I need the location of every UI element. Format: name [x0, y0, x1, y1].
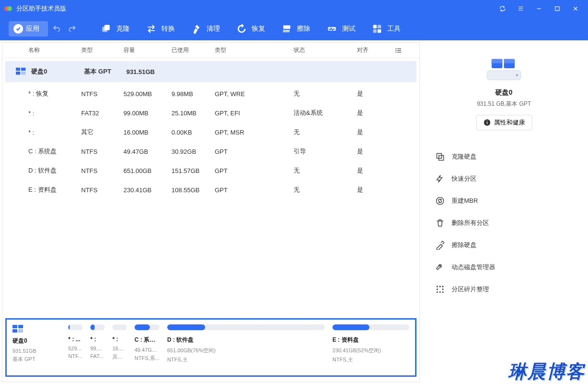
svg-rect-33	[487, 122, 487, 124]
disk-map: 硬盘0 931.51GB 基本 GPT * : ...529...NTF...*…	[5, 318, 416, 377]
close-icon[interactable]	[567, 0, 584, 17]
svg-point-45	[442, 291, 443, 293]
properties-button[interactable]: 属性和健康	[476, 115, 532, 130]
wipe-icon	[282, 24, 292, 34]
partition-row[interactable]: * :其它16.00MB0.00KBGPT, MSR无是	[2, 123, 419, 142]
col-state[interactable]: 状态	[294, 46, 357, 54]
clone-button[interactable]: 克隆	[98, 21, 141, 37]
disk-row[interactable]: 硬盘0 基本 GPT 931.51GB	[5, 61, 416, 82]
svg-rect-15	[395, 51, 397, 52]
test-button[interactable]: 测试	[324, 21, 367, 37]
svg-rect-19	[16, 72, 20, 74]
svg-point-31	[516, 74, 518, 76]
action-icon	[435, 174, 445, 184]
col-name[interactable]: 名称	[28, 46, 81, 54]
svg-rect-5	[283, 25, 291, 29]
svg-rect-23	[12, 329, 17, 333]
cleanup-button[interactable]: 清理	[188, 21, 232, 37]
col-fs[interactable]: 类型	[81, 46, 123, 54]
svg-point-1	[7, 6, 12, 11]
tools-button[interactable]: 工具	[369, 21, 412, 37]
action-icon	[435, 262, 445, 272]
clone-icon	[101, 24, 111, 34]
side-action[interactable]: 擦除硬盘	[433, 234, 583, 256]
recover-icon	[236, 24, 247, 34]
partition-row[interactable]: D : 软件盘NTFS651.00GB151.57GBGPT无是	[2, 161, 419, 180]
disk-map-partition[interactable]: E : 资料盘230.41GB(52%空闲)NTFS,主	[330, 324, 412, 371]
svg-rect-17	[16, 68, 20, 71]
svg-rect-22	[18, 325, 23, 328]
col-align[interactable]: 对齐	[357, 46, 391, 54]
action-icon	[435, 285, 445, 294]
svg-rect-18	[21, 68, 25, 71]
refresh-icon[interactable]	[494, 0, 511, 17]
disk-map-disk[interactable]: 硬盘0 931.51GB 基本 GPT	[10, 324, 63, 371]
svg-rect-21	[12, 325, 17, 328]
disk-image-icon	[485, 57, 523, 83]
col-capacity[interactable]: 容量	[123, 46, 172, 54]
side-disk-info: 931.51 GB,基本 GPT	[425, 100, 583, 108]
svg-rect-14	[397, 50, 401, 51]
svg-rect-16	[397, 51, 401, 52]
svg-rect-2	[555, 7, 559, 11]
action-icon	[435, 240, 445, 250]
svg-rect-7	[373, 25, 377, 28]
table-body: 硬盘0 基本 GPT 931.51GB * : 恢复NTFS529.00MB9.…	[2, 58, 419, 318]
svg-point-42	[442, 288, 443, 290]
svg-rect-4	[104, 25, 110, 30]
app-logo-icon	[4, 4, 12, 13]
svg-point-37	[437, 198, 444, 205]
minimize-icon[interactable]	[530, 0, 548, 17]
side-action[interactable]: 删除所有分区	[433, 212, 583, 234]
side-action[interactable]: 克隆硬盘	[433, 146, 583, 168]
svg-rect-20	[21, 72, 25, 74]
disk-icon	[12, 324, 61, 334]
svg-point-39	[439, 286, 441, 287]
cleanup-icon	[191, 24, 202, 34]
menu-icon[interactable]	[512, 0, 529, 17]
svg-point-40	[442, 286, 443, 287]
table-header: 名称 类型 容量 已使用 类型 状态 对齐	[2, 43, 419, 58]
redo-button[interactable]	[65, 22, 79, 36]
svg-rect-8	[378, 25, 381, 28]
apply-label: 应用	[26, 25, 39, 33]
side-action[interactable]: 快速分区	[433, 168, 583, 190]
svg-point-41	[437, 288, 438, 290]
svg-point-44	[439, 291, 441, 293]
svg-rect-11	[395, 48, 397, 49]
convert-icon	[146, 24, 157, 34]
svg-rect-13	[395, 50, 397, 51]
maximize-icon[interactable]	[549, 0, 566, 17]
svg-rect-12	[397, 48, 401, 49]
list-view-icon[interactable]	[391, 47, 406, 54]
recover-button[interactable]: 恢复	[233, 21, 277, 37]
side-action[interactable]: 重建MBR	[433, 190, 583, 212]
side-panel: 硬盘0 931.51 GB,基本 GPT 属性和健康 克隆硬盘快速分区重建MBR…	[420, 40, 588, 384]
wipe-button[interactable]: 擦除	[279, 21, 322, 37]
titlebar: 分区助手技术员版	[0, 0, 588, 17]
disk-map-partition[interactable]: * : ...529...NTF...	[65, 324, 86, 371]
disk-map-partition[interactable]: D : 软件盘651.00GB(76%空闲)NTFS,主	[164, 324, 328, 371]
test-icon	[327, 24, 337, 34]
action-icon	[435, 152, 445, 161]
svg-rect-9	[373, 29, 377, 33]
disk-map-partition[interactable]: * :99....FAT...	[87, 324, 108, 371]
disk-map-partition[interactable]: * :16....其...	[110, 324, 130, 371]
svg-rect-24	[18, 329, 23, 333]
partition-row[interactable]: E : 资料盘NTFS230.41GB108.55GBGPT无是	[2, 180, 419, 199]
undo-button[interactable]	[50, 22, 63, 36]
side-disk-name: 硬盘0	[425, 88, 583, 97]
disk-map-partition[interactable]: C : 系统盘49.47GB...NTFS,系...	[132, 324, 162, 371]
svg-rect-34	[487, 121, 487, 121]
svg-rect-25	[487, 71, 521, 80]
partition-row[interactable]: C : 系统盘NTFS49.47GB30.92GBGPT引导是	[2, 142, 419, 161]
col-ptype[interactable]: 类型	[215, 46, 294, 54]
col-used[interactable]: 已使用	[172, 46, 215, 54]
convert-button[interactable]: 转换	[143, 21, 186, 37]
disk-icon	[16, 67, 31, 76]
partition-row[interactable]: * : 恢复NTFS529.00MB9.98MBGPT, WRE无是	[2, 84, 419, 103]
partition-row[interactable]: * :FAT3299.00MB25.10MBGPT, EFI活动&系统是	[2, 103, 419, 123]
side-action[interactable]: 分区碎片整理	[433, 278, 583, 300]
side-action[interactable]: 动态磁盘管理器	[433, 256, 583, 278]
apply-button[interactable]: 应用	[9, 21, 48, 37]
